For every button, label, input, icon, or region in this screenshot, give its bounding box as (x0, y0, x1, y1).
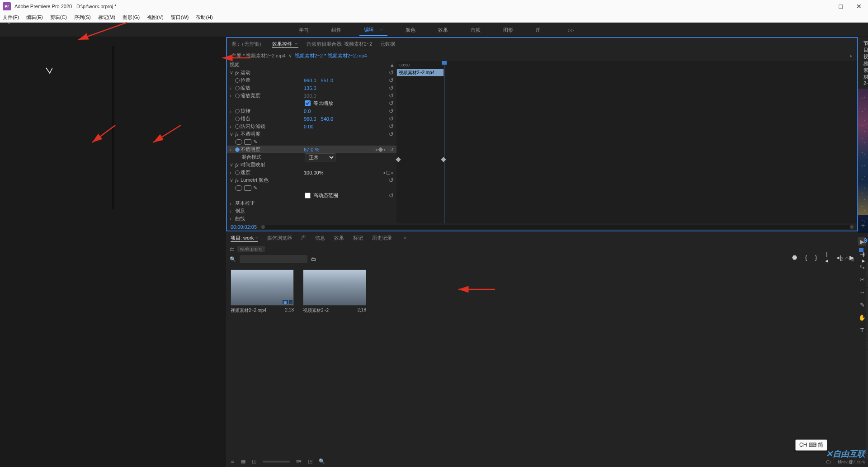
prop-blend[interactable]: 混合模式正常 (227, 153, 396, 161)
program-tab[interactable]: 节目: 视频素材2~2 (863, 40, 868, 86)
fx-timeremap[interactable]: ∨fx时间重映射 (227, 161, 396, 169)
panel-menu-icon[interactable]: ≡ (295, 41, 298, 47)
menu-help[interactable]: 帮助(H) (196, 14, 212, 21)
tab-info[interactable]: 信息 (315, 235, 325, 242)
sequence-label[interactable]: 视频素材2~2 * 视频素材2~2.mp4 (295, 52, 367, 59)
prop-antiflicker[interactable]: ›防闪烁滤镜0.00↺ (227, 123, 396, 130)
prop-scale[interactable]: ›缩放135.0↺ (227, 84, 396, 92)
prop-anchor[interactable]: 锚点960.0540.0↺ (227, 115, 396, 123)
keyframe-diamond[interactable] (441, 157, 446, 162)
ellipse-mask-icon[interactable] (235, 185, 242, 191)
maximize-button[interactable]: □ (839, 3, 843, 10)
lumetri-curves[interactable]: ›曲线 (227, 215, 396, 222)
step-back-button[interactable]: ◂| (836, 254, 841, 261)
clip-thumbnail[interactable] (303, 269, 366, 306)
menu-window[interactable]: 窗口(W) (171, 14, 189, 21)
rotation-value[interactable]: 0.0 (304, 108, 311, 114)
find-icon[interactable]: 🔍 (319, 458, 325, 464)
keyframe-diamond[interactable] (396, 157, 401, 162)
flicker-value[interactable]: 0.00 (304, 124, 313, 129)
opacity-value[interactable]: 67.0 % (304, 147, 319, 152)
stopwatch-icon[interactable] (235, 109, 240, 113)
prop-opacity[interactable]: ›不透明度67.0 % ◂▸↺ (227, 146, 396, 153)
tab-audio-mixer[interactable]: 音频剪辑混合器: 视频素材2~2 (307, 41, 373, 48)
reset-icon[interactable]: ↺ (389, 192, 394, 199)
stopwatch-icon[interactable] (235, 117, 240, 121)
ws-color[interactable]: 颜色 (401, 25, 420, 35)
auto-seq-icon[interactable]: ◳ (308, 458, 312, 464)
hamburger-icon[interactable]: ≡ (380, 27, 383, 33)
prop-hdr[interactable]: 高动态范围↺ (227, 192, 396, 199)
mark-in-button[interactable]: ⬣ (792, 254, 797, 261)
reset-icon[interactable]: ↺ (389, 177, 394, 184)
scale-value[interactable]: 135.0 (304, 85, 316, 91)
ellipse-mask-icon[interactable] (235, 139, 242, 145)
go-to-in-button[interactable]: |◂ (825, 250, 828, 264)
menu-clip[interactable]: 剪辑(C) (50, 14, 67, 21)
fx-motion[interactable]: ∨fx运动↺ (227, 69, 396, 76)
tab-effect-controls[interactable]: 效果控件≡ (272, 41, 298, 48)
track-mix[interactable]: 🔒主声道0.0▸◂ (866, 340, 868, 349)
tab-effects[interactable]: 效果 (334, 235, 344, 242)
anchor-x[interactable]: 960.0 (304, 116, 316, 122)
fx-lumetri[interactable]: ∨fxLumetri 颜色↺ (227, 176, 396, 184)
ws-assembly[interactable]: 组件 (327, 25, 346, 35)
tab-markers[interactable]: 标记 (353, 235, 363, 242)
track-v1[interactable]: 🔒 V1 视频1 ◂◇▸ (866, 288, 868, 313)
clip-item[interactable]: ▦♪ 视频素材2~2.mp42;18 (231, 269, 294, 314)
fx-scrollbar[interactable] (261, 225, 854, 229)
minimize-button[interactable]: — (819, 3, 826, 10)
stopwatch-icon[interactable] (235, 78, 240, 83)
bin-icon[interactable]: 🗀 (230, 246, 235, 252)
reset-icon[interactable]: ↺ (389, 100, 394, 107)
clip-item[interactable]: 视频素材2~22;18 (303, 269, 366, 314)
fx-clip-bar[interactable]: 视频素材2~2.mp4 (396, 69, 444, 76)
slip-tool[interactable]: ↔ (858, 288, 866, 296)
prev-kf-icon[interactable]: ◂ (375, 147, 377, 152)
menu-marker[interactable]: 标记(M) (98, 14, 116, 21)
add-button-icon[interactable]: ＋ (860, 222, 866, 230)
tab-source[interactable]: 源 :（无剪辑） (231, 41, 264, 48)
track-v3[interactable]: 🔒V3▣👁 (866, 270, 868, 279)
reset-icon[interactable]: ↺ (389, 131, 394, 137)
search-input[interactable] (240, 255, 307, 263)
blend-mode-select[interactable]: 正常 (305, 153, 335, 161)
reset-icon[interactable]: ↺ (389, 115, 394, 122)
speed-value[interactable]: 100.00% (304, 170, 323, 175)
type-tool[interactable]: T (858, 326, 866, 334)
menu-sequence[interactable]: 序列(S) (74, 14, 91, 21)
close-button[interactable]: ✕ (856, 3, 862, 10)
menu-view[interactable]: 视图(V) (147, 14, 164, 21)
lumetri-creative[interactable]: ›创意 (227, 207, 396, 215)
reset-icon[interactable]: ↺ (389, 77, 394, 84)
ws-graphics[interactable]: 图形 (499, 25, 518, 35)
menu-graphics[interactable]: 图形(G) (123, 14, 140, 21)
track-v2[interactable]: 🔒V2▣👁 (866, 279, 868, 288)
stopwatch-icon[interactable] (235, 86, 240, 90)
fx-opacity[interactable]: ∨fx不透明度↺ (227, 130, 396, 138)
list-view-icon[interactable]: ≣ (231, 458, 235, 464)
filter-icon[interactable]: 🗀 (311, 256, 316, 262)
lumetri-basic[interactable]: ›基本校正 (227, 199, 396, 207)
add-kf-icon[interactable] (378, 147, 383, 152)
hdr-checkbox[interactable] (305, 193, 311, 198)
step-fwd-button[interactable]: |▸ (862, 250, 865, 264)
menu-edit[interactable]: 编辑(E) (26, 14, 43, 21)
ws-learn[interactable]: 学习 (294, 25, 313, 35)
overflow-icon[interactable]: » (404, 235, 406, 242)
thumb-size-slider[interactable] (263, 461, 290, 462)
tab-media-browser[interactable]: 媒体浏览器 (267, 235, 292, 242)
tab-libraries[interactable]: 库 (301, 235, 306, 242)
reset-icon[interactable]: ↺ (389, 69, 394, 76)
prop-speed[interactable]: ›速度100.00% ◂▸ (227, 169, 396, 176)
ws-audio[interactable]: 音频 (466, 25, 485, 35)
stopwatch-active-icon[interactable] (235, 147, 240, 152)
breadcrumb[interactable]: work.prproj (237, 246, 265, 252)
clip-thumbnail[interactable]: ▦♪ (231, 269, 294, 306)
razor-tool[interactable]: ✂ (858, 275, 866, 283)
pos-x[interactable]: 960.0 (304, 78, 316, 83)
bracket-out-icon[interactable]: } (815, 254, 817, 261)
pen-tool[interactable]: ✎ (858, 301, 866, 309)
ws-effects[interactable]: 效果 (434, 25, 453, 35)
rect-mask-icon[interactable] (244, 185, 251, 191)
